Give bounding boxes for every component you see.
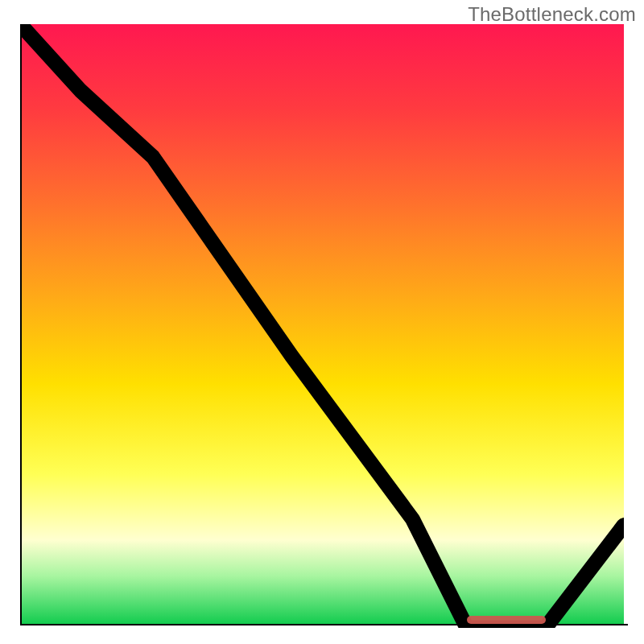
- x-axis: [20, 624, 628, 625]
- optimal-region-marker: [467, 616, 546, 624]
- line-series-svg: [20, 24, 624, 628]
- chart-stage: TheBottleneck.com: [0, 0, 644, 644]
- watermark-text: TheBottleneck.com: [468, 3, 636, 26]
- y-axis: [20, 24, 22, 625]
- plot-area: [20, 24, 624, 624]
- bottleneck-curve-path: [20, 24, 624, 628]
